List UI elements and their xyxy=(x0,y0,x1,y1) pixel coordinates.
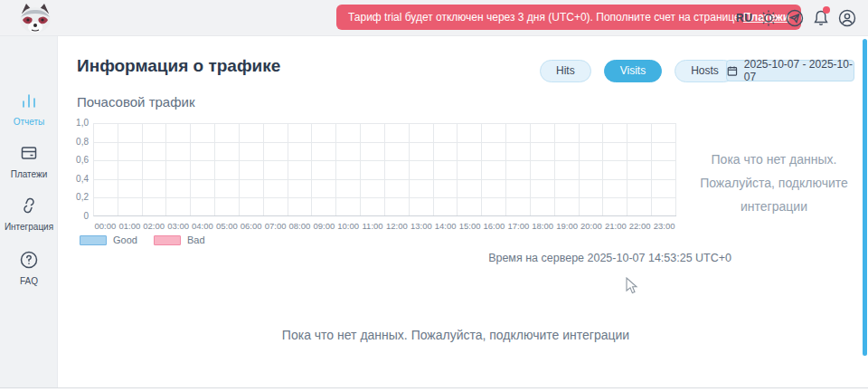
date-range-value: 2025-10-07 - 2025-10-07 xyxy=(744,58,854,83)
main-content: Информация о трафике Hits Visits Hosts 2… xyxy=(58,36,868,387)
x-tick-label: 01:00 xyxy=(118,221,142,231)
grid-column xyxy=(336,123,361,215)
grid-column xyxy=(458,123,482,215)
sidebar-item-label: FAQ xyxy=(0,276,58,286)
chart-y-axis: 1,00,80,60,40,20 xyxy=(63,119,89,221)
x-tick-label: 00:00 xyxy=(93,221,118,231)
grid-column xyxy=(361,123,385,215)
y-tick-label: 0 xyxy=(83,212,89,221)
legend-item-good: Good xyxy=(80,234,137,245)
legend-item-bad: Bad xyxy=(154,234,205,245)
raccoon-logo[interactable] xyxy=(14,2,56,34)
grid-column xyxy=(191,123,215,215)
x-tick-label: 20:00 xyxy=(580,221,604,231)
x-tick-label: 02:00 xyxy=(142,221,166,231)
x-tick-label: 18:00 xyxy=(531,221,555,231)
x-tick-label: 04:00 xyxy=(191,221,215,231)
x-tick-label: 16:00 xyxy=(482,221,506,231)
x-tick-label: 19:00 xyxy=(555,221,580,231)
grid-column xyxy=(652,123,676,215)
legend-swatch-good xyxy=(80,235,107,245)
app-window: Тариф trial будет отключен через 3 дня (… xyxy=(0,0,868,392)
x-tick-label: 21:00 xyxy=(603,221,627,231)
x-tick-label: 15:00 xyxy=(458,221,482,231)
x-tick-label: 14:00 xyxy=(433,221,458,231)
sidebar-item-faq[interactable]: FAQ xyxy=(0,250,58,286)
theme-toggle-button[interactable] xyxy=(759,8,778,28)
send-icon xyxy=(785,8,805,28)
question-icon xyxy=(19,250,39,270)
sun-icon xyxy=(759,8,778,28)
chart-x-axis: 00:0001:0002:0003:0004:0005:0006:0007:00… xyxy=(93,221,676,231)
x-tick-label: 10:00 xyxy=(336,221,361,231)
x-tick-label: 13:00 xyxy=(409,221,433,231)
metric-tabs: Hits Visits Hosts xyxy=(540,60,735,82)
grid-column xyxy=(410,123,434,215)
x-tick-label: 23:00 xyxy=(652,221,676,231)
user-icon xyxy=(837,8,857,28)
grid-column xyxy=(264,123,288,215)
profile-button[interactable] xyxy=(837,8,857,28)
chart-legend: Good Bad xyxy=(80,234,205,245)
x-tick-label: 07:00 xyxy=(263,221,288,231)
tab-visits[interactable]: Visits xyxy=(604,60,662,82)
y-tick-label: 0,2 xyxy=(76,193,89,202)
sidebar-item-label: Отчеты xyxy=(0,117,58,127)
grid-column xyxy=(143,123,167,215)
y-tick-label: 0,4 xyxy=(76,175,89,184)
grid-column xyxy=(627,123,652,215)
chart-title: Почасовой трафик xyxy=(77,94,195,110)
calendar-icon xyxy=(727,65,738,77)
y-tick-label: 1,0 xyxy=(76,119,89,128)
sidebar-item-label: Интеграция xyxy=(0,222,58,232)
grid-column xyxy=(434,123,458,215)
x-tick-label: 06:00 xyxy=(239,221,263,231)
grid-column xyxy=(288,123,313,215)
server-time: Время на сервере 2025-10-07 14:53:25 UTC… xyxy=(488,252,731,264)
link-icon xyxy=(19,196,39,215)
x-tick-label: 11:00 xyxy=(361,221,385,231)
legend-swatch-bad xyxy=(154,235,181,245)
sidebar-item-reports[interactable]: Отчеты xyxy=(0,91,58,127)
grid-column xyxy=(555,123,580,215)
grid-column xyxy=(118,123,143,215)
date-range-picker[interactable]: 2025-10-07 - 2025-10-07 xyxy=(726,60,854,81)
x-tick-label: 08:00 xyxy=(288,221,312,231)
grid-column xyxy=(94,123,118,215)
mouse-cursor xyxy=(626,277,639,295)
grid-column xyxy=(240,123,264,215)
scrollbar-thumb[interactable] xyxy=(863,39,867,356)
sidebar-nav: Отчеты Платежи Интеграция FAQ xyxy=(0,36,58,387)
x-tick-label: 12:00 xyxy=(385,221,410,231)
legend-label: Good xyxy=(113,234,137,245)
y-tick-label: 0,6 xyxy=(76,156,89,165)
grid-column xyxy=(215,123,240,215)
bar-chart-icon xyxy=(19,91,39,110)
grid-column xyxy=(506,123,531,215)
tab-hits[interactable]: Hits xyxy=(540,60,591,82)
x-tick-label: 03:00 xyxy=(166,221,191,231)
grid-column xyxy=(580,123,604,215)
sidebar-item-payments[interactable]: Платежи xyxy=(0,143,58,179)
x-tick-label: 17:00 xyxy=(506,221,531,231)
legend-label: Bad xyxy=(187,234,205,245)
sidebar-item-integration[interactable]: Интеграция xyxy=(0,196,58,232)
y-tick-label: 0,8 xyxy=(76,138,89,147)
telegram-button[interactable] xyxy=(785,8,805,28)
notifications-button[interactable] xyxy=(811,8,831,28)
grid-column xyxy=(166,123,191,215)
bottom-divider xyxy=(0,387,868,388)
grid-column xyxy=(312,123,336,215)
chart-plot-area xyxy=(93,123,676,216)
empty-data-message-side: Пока что нет данных. Пожалуйста, подключ… xyxy=(696,148,852,218)
x-tick-label: 05:00 xyxy=(214,221,239,231)
trial-warning-banner: Тариф trial будет отключен через 3 дня (… xyxy=(336,5,801,30)
sidebar-item-label: Платежи xyxy=(0,169,58,179)
grid-column xyxy=(385,123,410,215)
grid-column xyxy=(482,123,506,215)
card-icon xyxy=(19,143,39,163)
language-selector[interactable]: RU xyxy=(736,12,752,24)
x-tick-label: 22:00 xyxy=(627,221,652,231)
banner-text: Тариф trial будет отключен через 3 дня (… xyxy=(348,11,743,24)
x-tick-label: 09:00 xyxy=(312,221,336,231)
